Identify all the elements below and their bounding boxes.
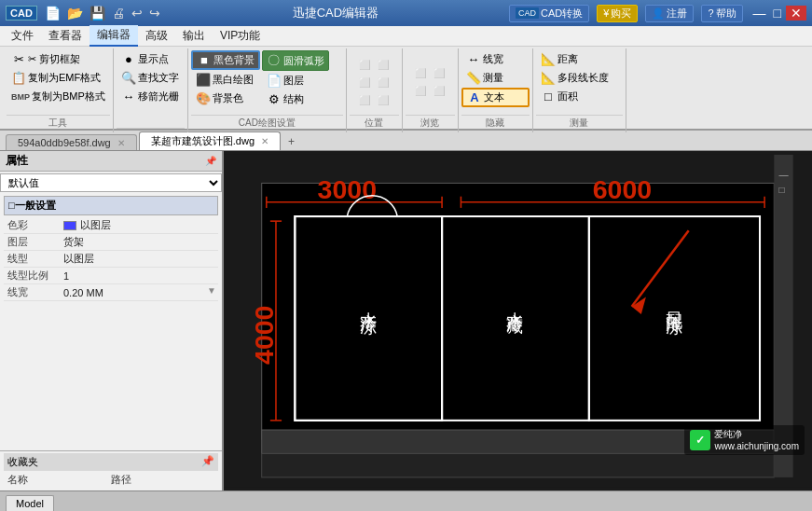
pos-btn-3[interactable]: ⬜ xyxy=(356,75,373,90)
question-icon: ? xyxy=(708,7,713,19)
ribbon-btn-bgcolor[interactable]: 🎨 背景色 xyxy=(191,90,260,107)
ribbon-btn-distance[interactable]: 📐 距离 xyxy=(536,50,623,68)
minimize-button[interactable]: — xyxy=(750,6,769,21)
help-button[interactable]: ? 帮助 xyxy=(701,5,742,22)
polyline-len-label: 多段线长度 xyxy=(557,71,609,85)
menu-viewer[interactable]: 查看器 xyxy=(41,26,89,46)
area-label: 面积 xyxy=(557,90,578,104)
ribbon: ✂ ✂ 剪切框架 📋 复制为EMF格式 BMP 复制为BMP格式 工具 ● 显 xyxy=(0,47,812,131)
tab2-label: 某超市建筑设计图.dwg xyxy=(151,135,255,146)
print-icon[interactable]: 🖨 xyxy=(110,6,127,21)
structure-label: 结构 xyxy=(283,92,304,106)
structure-icon: ⚙ xyxy=(267,92,282,106)
prop-label-linetype: 线型 xyxy=(7,252,63,266)
ribbon-group-browse: ⬜ ⬜ ⬜ ⬜ 浏览 xyxy=(403,48,459,132)
pos-btn-5[interactable]: ⬜ xyxy=(356,92,373,108)
prop-linetype-scale: 线型比例 1 xyxy=(4,268,218,284)
pin-icon[interactable]: 📌 xyxy=(205,156,216,166)
buy-button[interactable]: ¥ 购买 xyxy=(597,5,638,22)
svg-text:4000: 4000 xyxy=(249,306,279,365)
open-icon[interactable]: 📂 xyxy=(65,6,85,21)
favorites-col-name: 名称 xyxy=(7,473,111,487)
model-tab[interactable]: Model xyxy=(6,495,54,511)
ribbon-btn-black-bg[interactable]: ■ 黑色背景 xyxy=(191,50,260,70)
right-buttons: CAD CAD转换 ¥ 购买 👤 注册 ? 帮助 xyxy=(509,5,743,22)
color-swatch xyxy=(63,221,76,230)
watermark-logo: ✓ xyxy=(690,430,710,450)
window-controls: — □ ✕ xyxy=(750,6,806,21)
ribbon-btn-text[interactable]: A 文本 xyxy=(461,88,530,107)
browse-btn-2[interactable]: ⬜ xyxy=(431,65,447,81)
menu-editor[interactable]: 编辑器 xyxy=(89,25,138,47)
arc-icon: 〇 xyxy=(267,52,282,69)
save-icon[interactable]: 💾 xyxy=(88,6,107,21)
ribbon-btn-find-text[interactable]: 🔍 查找文字 xyxy=(117,69,185,87)
cad-canvas[interactable]: 3000 6000 4000 xyxy=(224,151,812,490)
ribbon-btn-polyline-len[interactable]: 📐 多段线长度 xyxy=(536,69,623,87)
ribbon-btn-show-points[interactable]: ● 显示点 xyxy=(117,50,185,68)
tab-add-icon[interactable]: + xyxy=(282,133,300,150)
tab2-close[interactable]: ✕ xyxy=(261,136,268,146)
menu-output[interactable]: 输出 xyxy=(175,26,213,46)
register-button[interactable]: 👤 注册 xyxy=(645,5,694,22)
svg-rect-24 xyxy=(262,453,775,476)
left-panel: 属性 📌 默认值 □一般设置 色彩 以图层 图层 货架 线型 以图层 xyxy=(0,151,224,490)
section-general-settings[interactable]: □一般设置 xyxy=(4,196,218,215)
ribbon-btn-raster[interactable]: ↔ 移箭光栅 xyxy=(117,88,185,105)
favorites-pin-icon[interactable]: 📌 xyxy=(201,455,214,469)
menu-vip[interactable]: VIP功能 xyxy=(213,26,268,46)
toolbar-icons: 📄 📂 💾 🖨 ↩ ↪ xyxy=(43,6,162,21)
new-icon[interactable]: 📄 xyxy=(43,6,62,21)
prop-linewidth: 线宽 0.20 MM ▼ xyxy=(4,284,218,301)
copy-emf-icon: 📋 xyxy=(11,71,26,85)
ribbon-btn-bw-draw[interactable]: ⬛ 黑白绘图 xyxy=(191,71,260,89)
browse-btn-1[interactable]: ⬜ xyxy=(412,65,429,81)
ribbon-group-position: ⬜ ⬜ ⬜ ⬜ ⬜ ⬜ 位置 xyxy=(347,48,403,132)
ribbon-btn-linewidth[interactable]: ↔ 线宽 xyxy=(461,50,530,68)
distance-label: 距离 xyxy=(557,52,578,66)
props-section: □一般设置 色彩 以图层 图层 货架 线型 以图层 线型比例 1 线 xyxy=(0,194,222,450)
group2-label xyxy=(117,128,185,131)
pos-btn-6[interactable]: ⬜ xyxy=(375,92,392,108)
ribbon-btn-crop[interactable]: ✂ ✂ 剪切框架 xyxy=(7,50,110,68)
ribbon-btn-smooth-arc[interactable]: 〇 圆滑弧形 xyxy=(262,50,329,71)
menu-advanced[interactable]: 高级 xyxy=(138,26,175,46)
browse-btn-3[interactable]: ⬜ xyxy=(412,83,429,99)
help-label: 帮助 xyxy=(716,7,736,21)
black-bg-icon: ■ xyxy=(197,53,212,67)
menu-file[interactable]: 文件 xyxy=(4,26,41,46)
measure-label: 测量 xyxy=(483,71,503,85)
menubar: 文件 查看器 编辑器 高级 输出 VIP功能 xyxy=(0,26,812,47)
pos-btn-4[interactable]: ⬜ xyxy=(375,75,392,90)
app-title: 迅捷CAD编辑器 xyxy=(162,5,509,21)
tab-file2[interactable]: 某超市建筑设计图.dwg ✕ xyxy=(139,131,281,150)
copy-bmp-label: 复制为BMP格式 xyxy=(32,90,105,104)
tab1-close[interactable]: ✕ xyxy=(117,138,125,148)
maximize-button[interactable]: □ xyxy=(771,6,784,21)
cad-convert-button[interactable]: CAD CAD转换 xyxy=(509,5,589,22)
ribbon-btn-layers[interactable]: 📄 图层 xyxy=(262,72,329,90)
close-button[interactable]: ✕ xyxy=(786,6,806,21)
tabbar: 594a0ddb9e58f.dwg ✕ 某超市建筑设计图.dwg ✕ + xyxy=(0,131,812,151)
redo-icon[interactable]: ↪ xyxy=(147,6,162,21)
person-icon: 👤 xyxy=(652,7,665,20)
undo-icon[interactable]: ↩ xyxy=(130,6,145,21)
tab-file1[interactable]: 594a0ddb9e58f.dwg ✕ xyxy=(6,134,137,150)
pos-btn-2[interactable]: ⬜ xyxy=(375,57,392,73)
pos-btn-1[interactable]: ⬜ xyxy=(356,57,373,73)
favorites-title: 收藏夹 xyxy=(7,455,38,469)
ribbon-btn-copy-emf[interactable]: 📋 复制为EMF格式 xyxy=(7,69,110,87)
browse-btn-4[interactable]: ⬜ xyxy=(431,83,447,99)
find-text-label: 查找文字 xyxy=(138,71,179,85)
measure-icon: 📏 xyxy=(466,71,481,85)
layers-label: 图层 xyxy=(283,74,304,88)
ribbon-btn-area[interactable]: □ 面积 xyxy=(536,88,623,105)
crop-label: ✂ 剪切框架 xyxy=(28,52,80,66)
scroll-indicator: ▼ xyxy=(207,285,216,296)
group-cad-settings-label: CAD绘图设置 xyxy=(191,115,343,131)
ribbon-btn-measure[interactable]: 📏 测量 xyxy=(461,69,530,87)
ribbon-btn-structure[interactable]: ⚙ 结构 xyxy=(262,90,329,108)
properties-dropdown[interactable]: 默认值 xyxy=(0,173,222,192)
ribbon-group-hidden: ↔ 线宽 📏 测量 A 文本 隐藏 xyxy=(459,48,533,132)
ribbon-btn-copy-bmp[interactable]: BMP 复制为BMP格式 xyxy=(7,88,110,105)
